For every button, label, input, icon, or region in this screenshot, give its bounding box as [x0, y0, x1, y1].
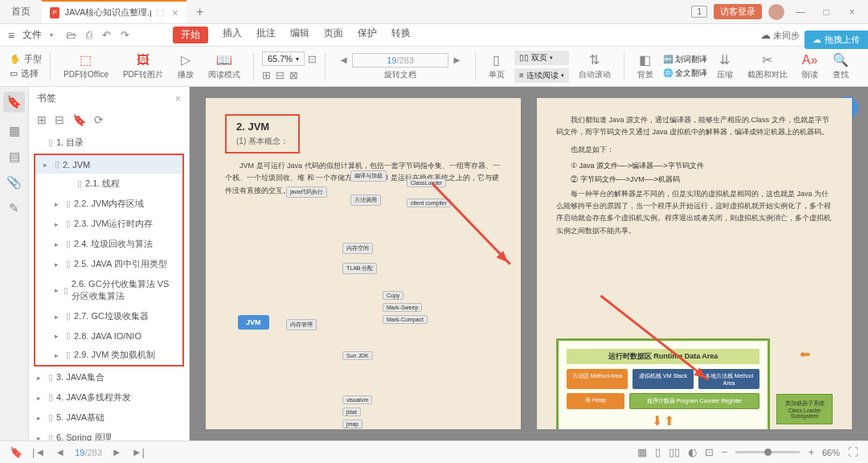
tab-convert[interactable]: 转换 — [391, 27, 411, 43]
bookmark-item[interactable]: ▯2.1. 线程 — [35, 174, 182, 194]
tab-close[interactable]: × — [172, 6, 178, 19]
single-page[interactable]: ▯单页 — [484, 52, 510, 80]
read-aloud[interactable]: A»朗读 — [797, 53, 823, 80]
tab-annotate[interactable]: 批注 — [256, 27, 276, 43]
tab-protect[interactable]: 保护 — [358, 27, 377, 43]
sb-fullscreen[interactable]: ⛶ — [848, 446, 858, 458]
tab-count[interactable]: 1 — [691, 6, 707, 18]
rt-pcr: 程序计数器 Program Counter Register — [629, 393, 760, 409]
bookmark-item[interactable]: ▸▯2.2. JVM内存区域 — [35, 194, 182, 214]
tab-page[interactable]: 页面 — [324, 27, 343, 43]
sb-next[interactable]: ► — [112, 446, 122, 458]
minimize-button[interactable]: — — [791, 6, 810, 18]
sb-view-4[interactable]: ◐ — [688, 446, 697, 458]
bm-tool-1[interactable]: ⊞ — [37, 113, 47, 126]
bookmark-item[interactable]: ▸▯2.9. JVM 类加载机制 — [35, 345, 182, 365]
fit-page-icon[interactable]: ⊠ — [289, 69, 298, 81]
sb-last[interactable]: ►| — [132, 446, 145, 458]
bookmark-item[interactable]: ▸▯5. JAVA基础 — [29, 408, 189, 428]
full-translate[interactable]: 🌐 全文翻译 — [663, 68, 707, 79]
undo-icon[interactable]: ↶ — [102, 29, 111, 41]
print-icon[interactable]: ⎙ — [86, 29, 92, 41]
guest-login-button[interactable]: 访客登录 — [714, 4, 762, 19]
thumbnail-icon[interactable]: ▦ — [9, 124, 20, 138]
hand-tool[interactable]: ✋手型 — [10, 53, 42, 65]
file-menu[interactable]: 文件 — [23, 28, 42, 42]
bm-tool-4[interactable]: ⟳ — [94, 113, 104, 126]
open-icon[interactable]: 🗁 — [66, 29, 76, 41]
sb-page[interactable]: 19/283 — [75, 448, 102, 457]
zoom-value[interactable]: 66% — [822, 448, 840, 457]
zoom-select[interactable]: 65.7%▾ — [262, 51, 305, 66]
home-tab[interactable]: 首页 — [0, 0, 42, 23]
document-viewport[interactable]: ☰ 2. JVM (1) 基本概念： JVM 是可运行 Java 代码的假想计算… — [190, 87, 868, 440]
upload-badge[interactable]: ☁拖拽上传 — [805, 31, 868, 49]
sb-view-3[interactable]: ▯▯ — [669, 446, 680, 458]
double-page[interactable]: ▯▯双页▾ — [514, 51, 569, 65]
unsync-label[interactable]: ☁ 未同步 — [760, 29, 800, 42]
play-button[interactable]: ▷播放 — [173, 52, 199, 80]
sb-fit[interactable]: ⊡ — [705, 446, 714, 458]
bookmark-item[interactable]: ▸▯3. JAVA集合 — [29, 367, 189, 387]
tab-edit[interactable]: 编辑 — [290, 27, 309, 43]
bm-tool-3[interactable]: 🔖 — [72, 113, 86, 126]
tab-sync-icon[interactable]: ⬚ — [156, 7, 164, 18]
auto-scroll[interactable]: ⇅自动滚动 — [574, 52, 616, 80]
sb-first[interactable]: |◄ — [32, 446, 45, 458]
zoom-fit-icon[interactable]: ⊡ — [308, 53, 317, 65]
paragraph: 我们都知道 Java 源文件，通过编译器，能够生产相应的.Class 文件，也就… — [556, 114, 833, 139]
pdf-to-image[interactable]: 🖼PDF转图片 — [118, 53, 168, 80]
tab-start[interactable]: 开始 — [173, 27, 208, 43]
step-2: ② 字节码文件—->JVM—->机器码 — [571, 174, 833, 185]
actual-size-icon[interactable]: ⊞ — [262, 69, 271, 81]
bookmark-item[interactable]: ▸▯2.7. GC垃圾收集器 — [35, 306, 182, 326]
bookmark-item[interactable]: ▸▯2.5. JAVA 四中引用类型 — [35, 254, 182, 274]
zoom-slider[interactable] — [735, 451, 800, 453]
bookmark-item[interactable]: ▸▯4. JAVA多线程并发 — [29, 387, 189, 408]
continuous-read[interactable]: ≡连续阅读▾ — [514, 68, 569, 83]
sb-view-1[interactable]: ▦ — [637, 446, 647, 458]
select-tool[interactable]: ▭选择 — [10, 68, 42, 80]
menu-icon[interactable]: ≡ — [8, 29, 14, 42]
compress[interactable]: ⇊压缩 — [712, 52, 738, 80]
bookmark-item[interactable]: ▸▯2.4. 垃圾回收与算法 — [35, 234, 182, 254]
word-translate[interactable]: 🔤 划词翻译 — [663, 54, 707, 65]
zoom-in[interactable]: + — [808, 446, 814, 458]
rotate-doc[interactable]: ◄ 19/283 ► 旋转文档 — [334, 53, 467, 80]
fit-width-icon[interactable]: ⊟ — [276, 69, 285, 81]
signature-icon[interactable]: ✎ — [9, 201, 19, 215]
attachment-icon[interactable]: 📎 — [6, 175, 22, 190]
outline-icon[interactable]: ▤ — [9, 150, 20, 164]
avatar[interactable] — [768, 4, 784, 20]
mindmap-root: JVM — [238, 315, 269, 330]
bm-tool-2[interactable]: ⊟ — [55, 113, 64, 126]
side-toolbar: 🔖 ▦ ▤ 📎 ✎ — [0, 87, 29, 440]
tab-insert[interactable]: 插入 — [223, 27, 242, 43]
page-input[interactable]: 19/283 — [352, 53, 448, 68]
new-tab-button[interactable]: + — [186, 5, 213, 19]
sb-bookmark[interactable]: 🔖 — [10, 446, 23, 458]
bookmark-item[interactable]: ▸▯2.8. JAVA IO/NIO — [35, 326, 182, 345]
bookmark-item[interactable]: ▸▯2. JVM — [35, 155, 182, 174]
maximize-button[interactable]: □ — [817, 6, 836, 18]
background[interactable]: ◧背景 — [633, 52, 658, 80]
sb-prev[interactable]: ◄ — [55, 446, 65, 458]
main-area: 🔖 ▦ ▤ 📎 ✎ 书签 × ⊞ ⊟ 🔖 ⟳ ▯1. 目录▸▯2. JVM▯2.… — [0, 87, 868, 440]
close-button[interactable]: × — [842, 6, 862, 18]
crop-compare[interactable]: ✂截图和对比 — [743, 52, 792, 80]
bookmark-item[interactable]: ▯1. 目录 — [29, 133, 189, 153]
sb-view-2[interactable]: ▯ — [655, 446, 661, 458]
redo-icon[interactable]: ↷ — [121, 29, 129, 41]
bookmark-item[interactable]: ▸▯2.6. GC分代收集算法 VS 分区收集算法 — [35, 274, 182, 306]
pdf-to-office[interactable]: ⬚PDF转Office — [59, 52, 113, 80]
bookmark-icon[interactable]: 🔖 — [3, 92, 25, 113]
bookmark-item[interactable]: ▸▯6. Spring 原理 — [29, 428, 189, 440]
bookmark-item[interactable]: ▸▯2.3. JVM运行时内存 — [35, 214, 182, 234]
zoom-out[interactable]: − — [722, 446, 728, 458]
read-mode[interactable]: 📖阅读模式 — [203, 52, 245, 80]
find[interactable]: 🔍查找 — [828, 52, 854, 80]
document-tab[interactable]: P JAVA核心知识点整理.pdf ⬚ × — [42, 0, 186, 23]
panel-close[interactable]: × — [175, 93, 181, 104]
tab-title: JAVA核心知识点整理.pdf — [64, 6, 150, 18]
sub-heading: (1) 基本概念： — [236, 136, 289, 147]
